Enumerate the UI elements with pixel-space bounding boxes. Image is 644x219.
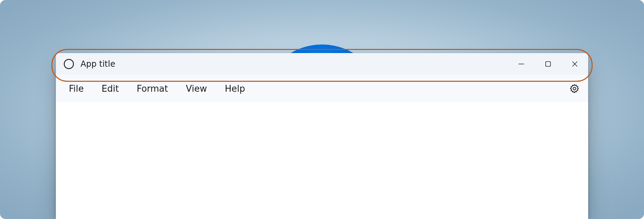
minimize-icon (518, 61, 525, 67)
menu-view[interactable]: View (177, 81, 216, 96)
app-window: App title (56, 53, 588, 219)
maximize-button[interactable] (535, 53, 561, 75)
menu-help[interactable]: Help (216, 81, 254, 96)
svg-point-0 (64, 60, 74, 69)
menu-file[interactable]: File (60, 81, 93, 96)
settings-button[interactable] (567, 81, 582, 96)
close-button[interactable] (561, 53, 588, 75)
svg-point-5 (573, 87, 576, 90)
close-icon (571, 61, 578, 67)
menu-format[interactable]: Format (128, 81, 177, 96)
titlebar[interactable]: App title (56, 53, 588, 75)
app-icon (63, 59, 74, 69)
minimize-button[interactable] (508, 53, 535, 75)
caption-buttons (508, 53, 588, 75)
gear-icon (569, 83, 580, 94)
svg-rect-2 (546, 62, 550, 66)
maximize-icon (545, 61, 552, 67)
desktop-backdrop: App title (0, 0, 644, 219)
menubar: File Edit Format View Help (56, 75, 588, 103)
app-title: App title (80, 59, 115, 69)
content-area (56, 102, 588, 219)
menu-edit[interactable]: Edit (93, 81, 128, 96)
